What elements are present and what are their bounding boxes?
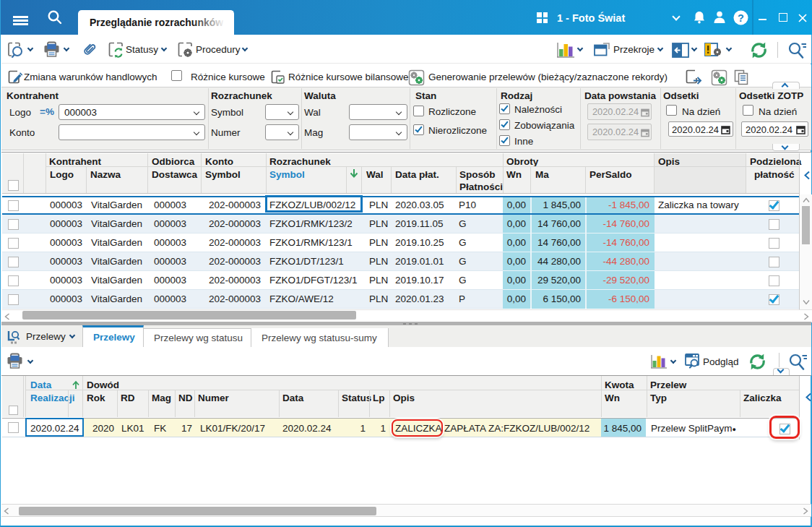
svg-text:?: ? — [738, 12, 744, 24]
